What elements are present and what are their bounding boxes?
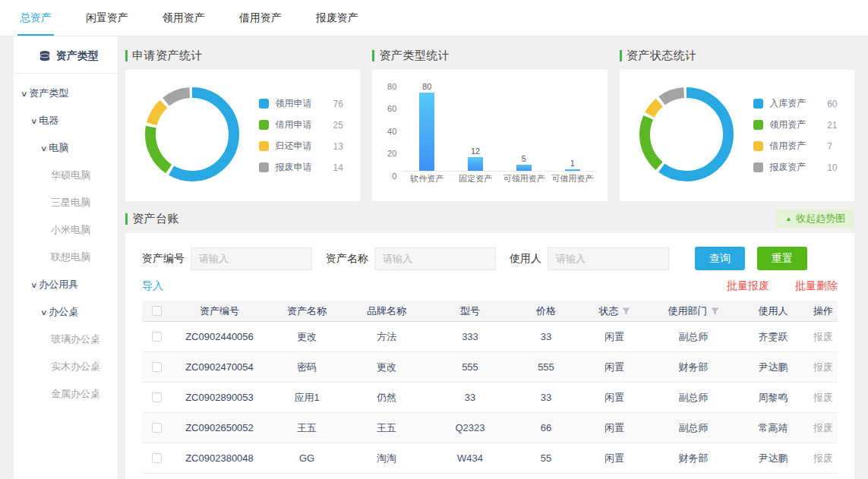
tree-item-资产类型[interactable]: ∨资产类型 <box>14 80 118 107</box>
action-报废[interactable]: 报废 <box>813 361 833 374</box>
section-accent-bar <box>125 50 128 61</box>
cell-model: 33 <box>428 392 513 403</box>
table-row: ZC0902470054密码更改555555闲置财务部尹达鹏编辑报废删除 <box>142 352 838 383</box>
asset-table: 资产编号资产名称品牌名称型号价格状态使用部门使用人操作ZC0902440056更… <box>142 301 838 474</box>
legend-item-报废申请[interactable]: 报废申请14 <box>259 161 342 174</box>
legend-item-领用资产[interactable]: 领用资产21 <box>753 118 837 131</box>
tree-item-实木办公桌[interactable]: 实木办公桌 <box>14 353 118 380</box>
column-header-操作: 操作 <box>809 304 838 318</box>
legend-label: 借用资产 <box>769 140 813 153</box>
ledger-title: 资产台账 <box>125 209 179 228</box>
legend-value: 13 <box>333 141 342 152</box>
legend-item-报废资产[interactable]: 报废资产10 <box>753 161 837 174</box>
search-input-使用人[interactable] <box>548 247 669 270</box>
cell-brand: 淘淘 <box>346 452 428 465</box>
tree-item-办公用具[interactable]: ∨办公用具 <box>14 271 118 298</box>
status-stats-title: 资产状态统计 <box>620 46 854 65</box>
ledger-panel: 资产编号资产名称使用人 查询 重置 导入 批量报废 批量删除 资产编号资产名称品… <box>125 233 854 479</box>
action-报废[interactable]: 报废 <box>813 421 833 435</box>
search-label-资产编号: 资产编号 <box>142 252 185 266</box>
row-checkbox[interactable] <box>152 332 162 342</box>
legend-value: 14 <box>333 162 342 173</box>
search-label-使用人: 使用人 <box>510 252 541 266</box>
legend-label: 入库资产 <box>769 97 813 110</box>
batch-links: 批量报废 批量删除 <box>727 279 838 293</box>
filter-funnel-icon[interactable] <box>711 307 719 315</box>
chevron-down-icon: ∨ <box>40 135 48 162</box>
query-button[interactable]: 查询 <box>695 247 745 270</box>
sidebar: 资产类型 ∨资产类型∨电器∨电脑华硕电脑三星电脑小米电脑联想电脑∨办公用具∨办公… <box>14 36 118 479</box>
tree-item-小米电脑[interactable]: 小米电脑 <box>14 216 118 244</box>
column-header-label: 价格 <box>536 304 556 318</box>
tree-item-label: 玻璃办公桌 <box>51 333 100 345</box>
action-报废[interactable]: 报废 <box>813 452 833 465</box>
search-input-资产名称[interactable] <box>374 247 496 270</box>
legend-item-入库资产[interactable]: 入库资产60 <box>753 97 837 110</box>
asset-type-icon <box>39 50 51 62</box>
tree-item-玻璃办公桌[interactable]: 玻璃办公桌 <box>14 326 118 353</box>
filter-funnel-icon[interactable] <box>622 307 630 315</box>
cell-dept: 副总师 <box>649 421 737 435</box>
tree-item-label: 办公用具 <box>39 279 78 290</box>
tab-报废资产[interactable]: 报废资产 <box>314 0 361 36</box>
ledger-title-text: 资产台账 <box>132 212 179 226</box>
import-link[interactable]: 导入 <box>142 279 163 293</box>
tab-闲置资产[interactable]: 闲置资产 <box>84 0 131 36</box>
row-checkbox[interactable] <box>152 423 162 433</box>
search-input-资产编号[interactable] <box>191 247 312 270</box>
cell-dept: 副总师 <box>649 330 737 344</box>
reset-button[interactable]: 重置 <box>757 247 807 270</box>
tab-领用资产[interactable]: 领用资产 <box>160 0 207 36</box>
action-报废[interactable]: 报废 <box>813 391 833 405</box>
row-actions: 编辑报废删除 <box>809 361 838 374</box>
cell-user: 常高靖 <box>737 421 809 435</box>
legend-swatch-icon <box>259 141 269 151</box>
search-field-使用人: 使用人 <box>510 247 669 270</box>
legend-item-领用申请[interactable]: 领用申请76 <box>259 97 342 110</box>
batch-delete-link[interactable]: 批量删除 <box>795 279 838 293</box>
cell-user: 尹达鹏 <box>737 452 809 465</box>
tree-item-label: 实木办公桌 <box>51 361 100 372</box>
donut-ring <box>142 84 242 188</box>
column-header-使用人: 使用人 <box>737 304 809 318</box>
app-root: 总资产闲置资产领用资产借用资产报废资产 资产类型 ∨资产类型∨电器∨电脑华硕电脑… <box>0 0 868 479</box>
tab-总资产[interactable]: 总资产 <box>17 0 54 36</box>
bar-plot: 02040608080软件资产12固定资产5可领用资产1可借用资产 <box>402 82 596 172</box>
row-checkbox-cell <box>142 332 171 342</box>
collapse-trend-button[interactable]: ▲ 收起趋势图 <box>776 210 854 228</box>
row-actions: 编辑报废删除 <box>809 452 838 465</box>
legend-value: 76 <box>333 99 342 109</box>
bar-可借用资产 <box>565 169 580 171</box>
legend-label: 报废申请 <box>275 161 319 174</box>
tree-item-三星电脑[interactable]: 三星电脑 <box>14 189 118 216</box>
column-header-label: 使用部门 <box>668 304 708 318</box>
donut-svg <box>636 84 737 184</box>
tree-item-label: 小米电脑 <box>51 224 90 235</box>
action-报废[interactable]: 报废 <box>813 330 833 344</box>
batch-scrap-link[interactable]: 批量报废 <box>727 279 769 293</box>
legend-swatch-icon <box>259 99 269 109</box>
tree-item-华硕电脑[interactable]: 华硕电脑 <box>14 162 118 189</box>
legend-value: 7 <box>827 141 832 152</box>
legend-item-借用申请[interactable]: 借用申请25 <box>259 118 342 131</box>
y-axis-tick: 80 <box>378 82 396 91</box>
legend-item-归还申请[interactable]: 归还申请13 <box>259 140 342 153</box>
column-header-label: 资产编号 <box>200 304 239 318</box>
tree-item-label: 联想电脑 <box>51 251 90 263</box>
legend-swatch-icon <box>753 162 763 172</box>
row-checkbox[interactable] <box>152 362 162 372</box>
tree-item-电脑[interactable]: ∨电脑 <box>14 134 118 162</box>
tree-item-金属办公桌[interactable]: 金属办公桌 <box>14 380 118 408</box>
select-all-checkbox[interactable] <box>152 306 162 316</box>
tree-item-电器[interactable]: ∨电器 <box>14 107 118 134</box>
tree-item-联想电脑[interactable]: 联想电脑 <box>14 244 118 271</box>
cell-price: 555 <box>513 361 579 373</box>
section-accent-bar <box>620 50 622 61</box>
bar-chart: 02040608080软件资产12固定资产5可领用资产1可借用资产 <box>372 79 607 193</box>
row-checkbox[interactable] <box>152 392 162 402</box>
row-actions: 编辑报废删除 <box>809 330 838 344</box>
tree-item-办公桌[interactable]: ∨办公桌 <box>14 298 118 326</box>
row-checkbox[interactable] <box>152 453 162 463</box>
tab-借用资产[interactable]: 借用资产 <box>237 0 284 36</box>
legend-item-借用资产[interactable]: 借用资产7 <box>753 140 837 153</box>
